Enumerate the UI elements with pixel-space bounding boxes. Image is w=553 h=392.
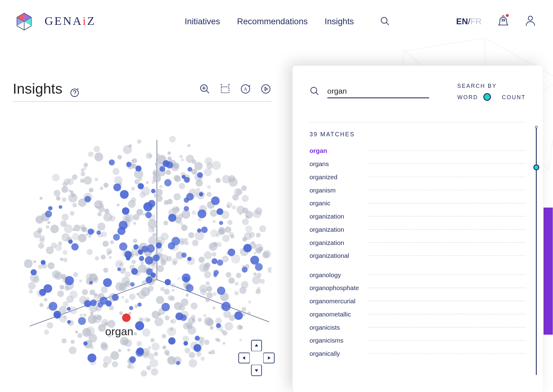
svg-point-574 — [67, 307, 71, 311]
match-dash-line — [369, 177, 526, 177]
svg-point-322 — [223, 342, 226, 345]
svg-point-210 — [156, 189, 163, 196]
nav-insights[interactable]: Insights — [325, 16, 354, 26]
svg-point-232 — [24, 259, 33, 268]
select-region-icon[interactable] — [220, 83, 231, 94]
svg-point-205 — [204, 271, 211, 278]
svg-point-651 — [103, 278, 112, 287]
mode-count-label: COUNT — [502, 94, 526, 100]
svg-point-34 — [84, 163, 88, 167]
svg-point-506 — [120, 337, 129, 345]
svg-point-276 — [210, 350, 215, 354]
viz-toolbar: A — [199, 83, 272, 94]
svg-point-439 — [33, 276, 40, 283]
match-item[interactable]: organization — [309, 223, 526, 236]
match-item[interactable]: organically — [309, 347, 526, 360]
svg-point-378 — [97, 223, 105, 231]
help-icon[interactable] — [70, 84, 79, 93]
svg-point-541 — [119, 311, 123, 315]
match-item[interactable]: organism — [309, 184, 526, 197]
svg-point-428 — [55, 244, 62, 251]
match-item[interactable]: organometallic — [309, 308, 526, 321]
svg-point-412 — [187, 144, 191, 147]
match-item[interactable]: organs — [309, 157, 526, 170]
match-dash-line — [369, 288, 526, 288]
svg-point-43 — [166, 170, 171, 175]
svg-point-382 — [137, 341, 142, 346]
match-item[interactable]: organization — [309, 210, 526, 223]
svg-point-649 — [211, 196, 220, 205]
svg-point-289 — [192, 211, 196, 215]
reset-labels-icon[interactable]: A — [240, 83, 251, 94]
svg-point-336 — [160, 287, 165, 291]
svg-point-600 — [228, 249, 235, 256]
svg-point-507 — [90, 289, 96, 295]
svg-point-417 — [218, 227, 225, 233]
svg-point-327 — [57, 290, 64, 297]
search-input[interactable] — [327, 85, 429, 98]
panel-scrollbar[interactable] — [536, 127, 537, 375]
svg-point-308 — [169, 136, 176, 143]
svg-point-429 — [123, 145, 132, 154]
svg-point-401 — [237, 325, 242, 330]
match-item[interactable]: organophosphate — [309, 281, 526, 294]
logo-cube-icon[interactable] — [13, 10, 36, 33]
svg-point-497 — [131, 197, 136, 202]
svg-point-399 — [155, 317, 163, 326]
svg-point-623 — [165, 279, 171, 285]
nav-recommendations[interactable]: Recommendations — [237, 16, 308, 26]
match-item[interactable]: organization — [309, 236, 526, 249]
match-item[interactable]: organicisms — [309, 334, 526, 347]
svg-point-511 — [62, 197, 66, 202]
svg-point-251 — [234, 291, 239, 295]
svg-point-32 — [109, 256, 112, 259]
svg-point-624 — [194, 344, 201, 352]
match-item[interactable]: organic — [309, 196, 526, 210]
match-item[interactable]: organology — [309, 268, 526, 281]
svg-point-217 — [156, 195, 163, 202]
svg-point-330 — [146, 153, 152, 159]
svg-point-450 — [140, 261, 144, 265]
profile-icon[interactable] — [525, 14, 536, 28]
match-item[interactable]: organ — [309, 144, 526, 157]
nav-initiatives[interactable]: Initiatives — [185, 16, 220, 26]
svg-point-190 — [54, 190, 61, 196]
svg-point-496 — [52, 174, 60, 181]
zoom-in-icon[interactable] — [199, 83, 210, 94]
play-icon[interactable] — [260, 83, 271, 94]
svg-point-92 — [47, 322, 53, 328]
notifications-icon[interactable]: 39 — [496, 15, 510, 27]
notification-count: 39 — [496, 18, 510, 22]
match-item[interactable]: organomercurial — [309, 294, 526, 308]
svg-point-459 — [181, 224, 188, 231]
match-dash-line — [369, 301, 526, 301]
match-item[interactable]: organicists — [309, 321, 526, 334]
svg-point-634 — [131, 268, 138, 275]
svg-point-478 — [241, 307, 246, 312]
svg-point-166 — [206, 192, 212, 197]
brand-wordmark[interactable]: GENAiZ — [45, 14, 96, 28]
svg-point-621 — [84, 300, 91, 307]
direction-pad[interactable] — [237, 339, 276, 377]
scrollbar-thumb-icon[interactable] — [533, 164, 539, 170]
svg-point-476 — [63, 250, 67, 255]
svg-point-63 — [72, 233, 79, 240]
svg-point-427 — [73, 272, 78, 277]
mode-word-label: WORD — [457, 94, 478, 100]
match-item[interactable]: organized — [309, 170, 526, 184]
svg-point-72 — [146, 365, 151, 370]
svg-point-351 — [133, 222, 136, 225]
svg-point-424 — [33, 260, 36, 263]
search-icon[interactable] — [379, 16, 390, 27]
search-mode-toggle[interactable]: WORD COUNT — [457, 93, 526, 101]
svg-point-415 — [223, 311, 231, 318]
match-item[interactable]: organizational — [309, 249, 526, 262]
svg-point-501 — [63, 258, 67, 262]
scatter-plot[interactable]: organ — [13, 114, 271, 381]
language-switcher[interactable]: EN/FR — [456, 16, 482, 26]
svg-point-122 — [194, 162, 203, 170]
svg-point-27 — [164, 289, 170, 295]
svg-point-21 — [62, 214, 69, 220]
svg-point-371 — [183, 323, 190, 329]
svg-point-416 — [161, 258, 164, 261]
